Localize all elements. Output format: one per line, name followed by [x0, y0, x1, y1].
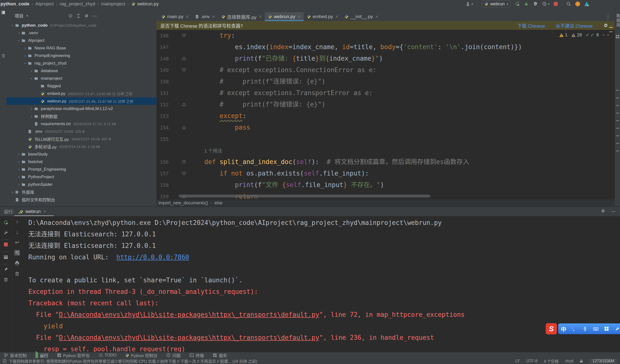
- toolwindow-button-版本控制[interactable]: 版本控制: [4, 352, 27, 358]
- coverage-button[interactable]: [533, 1, 538, 6]
- chevron-icon[interactable]: ›: [16, 175, 21, 180]
- line-separator-indicator[interactable]: LF: [515, 359, 520, 363]
- breadcrumb-else[interactable]: else: [214, 200, 222, 206]
- locate-file-icon[interactable]: [68, 14, 73, 18]
- tree-item[interactable]: ›PythonProject: [6, 173, 156, 181]
- user-icon[interactable]: ▾: [465, 1, 473, 6]
- emoji-grid-icon[interactable]: [601, 323, 612, 334]
- tree-item[interactable]: ›Naive RAG Base: [6, 44, 156, 52]
- tree-item[interactable]: ›Prompt_Engineering: [6, 166, 156, 173]
- fold-marker-icon[interactable]: [182, 102, 186, 106]
- banner-settings-icon[interactable]: [603, 23, 608, 28]
- up-stack-icon[interactable]: ↑: [16, 219, 19, 225]
- chevron-icon[interactable]: ›: [10, 23, 15, 28]
- tree-item[interactable]: ›.venv: [6, 29, 156, 37]
- toolwindow-button-Python 控制台[interactable]: Python 控制台: [125, 352, 157, 358]
- tree-item[interactable]: ›mainproject: [6, 75, 156, 82]
- lock-icon[interactable]: [580, 359, 583, 363]
- wrench-icon[interactable]: [3, 230, 8, 235]
- tree-item[interactable]: ›pythonSpider: [6, 181, 156, 188]
- toolwindow-button-问题[interactable]: 问题: [166, 352, 181, 358]
- ime-tools-icon[interactable]: [612, 323, 620, 334]
- chevron-icon[interactable]: ›: [16, 38, 21, 43]
- stop-button[interactable]: [554, 2, 558, 6]
- project-panel-title[interactable]: 项目: [15, 13, 23, 19]
- search-everywhere-icon[interactable]: [566, 1, 571, 6]
- close-icon[interactable]: ×: [298, 14, 300, 19]
- hide-run-panel-icon[interactable]: —: [611, 209, 616, 214]
- console-link[interactable]: D:\Anaconda\envs\zhyd\Lib\site-packages\…: [59, 334, 319, 341]
- status-message[interactable]: 下载预构建共享索引: 使用预构建的Python 软件包共享索引减少索引时间和 C…: [9, 358, 257, 364]
- keyboard-icon[interactable]: [590, 323, 601, 334]
- profiler-button[interactable]: ▾: [542, 1, 550, 6]
- grid-tool-icon[interactable]: [616, 35, 619, 38]
- chevron-icon[interactable]: ›: [10, 190, 15, 195]
- chevron-icon[interactable]: ›: [16, 167, 21, 172]
- update-icon[interactable]: ↑: [575, 1, 580, 6]
- breadcrumb-item[interactable]: webrun.py: [137, 1, 159, 7]
- interpreter-indicator[interactable]: zhyd: [565, 359, 573, 363]
- tree-item[interactable]: flagged: [6, 82, 156, 90]
- chevron-icon[interactable]: ›: [16, 30, 21, 35]
- toolwindow-button-TODO[interactable]: TODO: [98, 353, 117, 358]
- print-icon[interactable]: [15, 261, 19, 265]
- structure-tool-icon[interactable]: [1, 54, 5, 58]
- run-tab[interactable]: webrun ×: [19, 207, 46, 216]
- encoding-indicator[interactable]: UTF-8: [526, 359, 537, 363]
- breadcrumb-method[interactable]: import_new_documents(): [158, 200, 208, 206]
- toolwindow-button-运行[interactable]: 运行: [35, 352, 48, 358]
- run-console[interactable]: D:\Anaconda\envs\zhyd\python.exe D:\Proj…: [22, 216, 613, 352]
- sogou-logo[interactable]: S: [546, 323, 557, 334]
- chevron-icon[interactable]: ›: [16, 159, 21, 164]
- stop-icon[interactable]: [4, 243, 8, 246]
- tree-item[interactable]: ›python_codeD:\Project2024\python_code: [6, 21, 156, 29]
- rerun-icon[interactable]: [3, 220, 8, 225]
- project-tool-icon[interactable]: [1, 10, 5, 15]
- tree-item[interactable]: 多轮对话.py2025/1/14 14:26, 1.16 kB: [6, 143, 156, 150]
- chevron-icon[interactable]: ›: [22, 53, 28, 58]
- chevron-icon[interactable]: ›: [22, 61, 28, 66]
- fold-marker-icon[interactable]: [182, 57, 186, 61]
- scroll-to-end-icon[interactable]: [14, 250, 20, 256]
- stripe-warning-mark[interactable]: [609, 31, 613, 32]
- ime-language-key[interactable]: 中: [558, 323, 569, 334]
- tree-item[interactable]: webrun.py2025/1/27 21:46, 13.97 kB 11 分钟…: [6, 97, 156, 105]
- tab-embed.py[interactable]: embed.py×: [304, 12, 341, 21]
- tree-item[interactable]: 临时文件和控制台: [6, 196, 156, 203]
- tab-main.py[interactable]: main.py×: [158, 12, 192, 21]
- fold-marker-icon[interactable]: [182, 125, 186, 130]
- tree-item[interactable]: ›AIproject: [6, 37, 156, 44]
- tree-item[interactable]: ›样例数据: [6, 112, 156, 120]
- tree-item[interactable]: ›baseStudy: [6, 150, 156, 158]
- tree-item[interactable]: .env2024/11/27 13:09, 125 B: [6, 128, 156, 135]
- pin-icon[interactable]: [3, 267, 8, 272]
- breadcrumb-item[interactable]: rag_project_zhyd: [60, 1, 95, 7]
- run-config-selector[interactable]: webrun ▾: [482, 0, 511, 7]
- chevron-icon[interactable]: ›: [29, 76, 34, 81]
- toolwindow-button-服务[interactable]: 服务: [213, 352, 227, 358]
- chevron-down-icon[interactable]: ▾: [26, 14, 28, 18]
- close-icon[interactable]: ×: [375, 14, 378, 19]
- breadcrumb-item[interactable]: AIproject: [35, 1, 54, 7]
- toolwindow-button-终端[interactable]: 终端: [189, 352, 204, 358]
- chevron-icon[interactable]: ›: [29, 106, 34, 111]
- chevron-icon[interactable]: ›: [29, 68, 34, 73]
- rerun-button[interactable]: [515, 1, 520, 6]
- close-icon[interactable]: ×: [43, 209, 46, 214]
- close-icon[interactable]: ×: [186, 14, 189, 19]
- chevron-icon[interactable]: ›: [22, 46, 28, 51]
- fold-marker-icon[interactable]: [182, 68, 186, 72]
- more-tabs-icon[interactable]: ⋮: [605, 15, 611, 19]
- run-settings-icon[interactable]: [601, 209, 605, 214]
- tab-连接数据库.py[interactable]: 连接数据库.py×: [218, 12, 265, 21]
- fold-marker-icon[interactable]: [182, 33, 186, 38]
- chevron-icon[interactable]: ›: [16, 182, 21, 187]
- trash-icon[interactable]: [3, 277, 8, 282]
- tree-item[interactable]: ›fastchat: [6, 158, 156, 166]
- horizontal-scrollbar[interactable]: [179, 195, 430, 197]
- soft-wrap-icon[interactable]: ↩: [15, 240, 19, 245]
- microphone-icon[interactable]: [580, 323, 590, 334]
- tree-item[interactable]: requirements.txt2024/10/29 17:10, 3.71 k…: [6, 120, 156, 128]
- tab-webrun.py[interactable]: webrun.py×: [265, 12, 304, 21]
- tree-item[interactable]: ›paraphrase-multilingual-MiniLM-L12-v2: [6, 105, 156, 112]
